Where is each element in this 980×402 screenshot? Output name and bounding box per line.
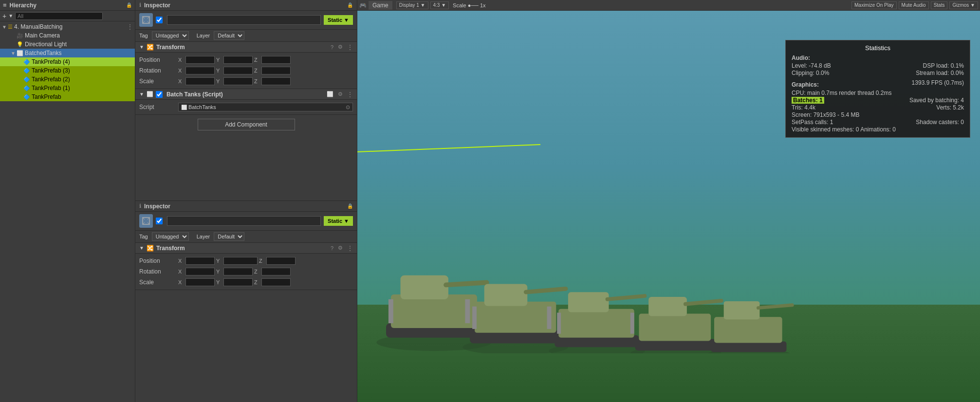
prefab3-icon: 🔷: [23, 68, 30, 74]
stats-graphics-row: Graphics: 1393.9 FPS (0.7ms): [792, 79, 964, 89]
rot-x-input-bottom[interactable]: 0: [185, 268, 215, 275]
scale-x-input-bottom[interactable]: 2: [185, 278, 215, 286]
mute-audio-btn[interactable]: Mute Audio: [899, 1, 929, 9]
rot-x-label-bottom: X: [178, 269, 185, 274]
hierarchy-item-tankprefab2[interactable]: ▶ 🔷 TankPrefab (2): [0, 75, 135, 84]
pos-x-input-top[interactable]: 0: [185, 56, 215, 64]
rot-x-input-top[interactable]: 0: [185, 67, 215, 74]
tankprefab3-label: TankPrefab (3): [32, 67, 70, 74]
script-menu-icon[interactable]: ⋮: [347, 91, 353, 98]
rot-z-input-bottom[interactable]: 0: [261, 268, 291, 275]
aspect-select[interactable]: 4:3 ▼: [430, 1, 449, 9]
position-xyz-bottom: X -4.54 Y -0.8206 Z -1.53: [178, 257, 353, 265]
rot-y-input-top[interactable]: 0: [223, 67, 253, 74]
object-name-input-top[interactable]: BatchedTanks: [167, 15, 321, 25]
arrow-down-icon[interactable]: ▼: [8, 13, 13, 18]
object-active-checkbox-top[interactable]: [156, 17, 163, 23]
tag-select-top[interactable]: Untagged: [152, 31, 189, 40]
script-header: ▼ ⬜ Batch Tanks (Script) ⬜ ⚙ ⋮: [135, 89, 357, 100]
script-active-checkbox[interactable]: [156, 91, 163, 98]
rot-y-label-bottom: Y: [216, 269, 223, 274]
tankprefab4-label: TankPrefab (4): [32, 58, 70, 65]
prefab4-icon: 🔷: [23, 59, 30, 65]
pos-y-input-top[interactable]: 0: [223, 56, 253, 64]
transform-component-bottom: ▼ 🔀 Transform ? ⚙ ⋮ Position X -4.54: [135, 243, 357, 290]
hierarchy-item-tankprefab1[interactable]: ▶ 🔷 TankPrefab (1): [0, 84, 135, 92]
layer-select-top[interactable]: Default: [214, 31, 244, 40]
scale-z-input-bottom[interactable]: 2: [261, 278, 291, 286]
scale-label-bottom: Scale: [139, 279, 178, 286]
static-button-bottom[interactable]: Static ▼: [324, 216, 353, 226]
rot-z-label-top: Z: [254, 68, 261, 73]
hierarchy-item-scene[interactable]: ▼ ☰ 4. ManualBatching ⋮: [0, 22, 135, 31]
scale-z-input-top[interactable]: 1: [261, 77, 291, 85]
hierarchy-item-tankprefab4[interactable]: ▶ 🔷 TankPrefab (4): [0, 57, 135, 66]
stats-screen: Screen: 791x593 - 5.4 MB: [792, 111, 859, 118]
pos-z-input-bottom[interactable]: -1.53: [266, 257, 296, 265]
hierarchy-item-tankprefab3[interactable]: ▶ 🔷 TankPrefab (3): [0, 66, 135, 75]
inspector-top-header: ℹ Inspector 🔒: [135, 0, 357, 11]
transform-menu-icon-bottom[interactable]: ⋮: [347, 245, 353, 252]
maximize-on-play-btn[interactable]: Maximize On Play: [851, 1, 897, 9]
prefab1-icon: 🔷: [23, 85, 30, 91]
svg-rect-16: [465, 299, 470, 323]
object-active-checkbox-bottom[interactable]: [156, 218, 163, 224]
svg-rect-30: [630, 312, 634, 333]
inspector-bottom-lock-icon: 🔒: [347, 203, 353, 209]
tag-select-bottom[interactable]: Untagged: [152, 232, 189, 241]
hierarchy-item-dir-light[interactable]: ▶ 💡 Directional Light: [0, 40, 135, 49]
scale-x-input-top[interactable]: 1: [185, 77, 215, 85]
game-viewport: Statistics Audio: Level: -74.8 dB DSP lo…: [357, 11, 980, 402]
scale-y-field-top: Y 1: [216, 77, 253, 85]
stats-batches: Batches: 1: [792, 97, 824, 104]
static-button-top[interactable]: Static ▼: [324, 15, 353, 25]
scale-row-bottom: Scale X 2 Y 2 Z 2: [139, 277, 353, 288]
svg-line-40: [758, 305, 792, 308]
pos-z-input-top[interactable]: 0: [261, 56, 291, 64]
stats-screen-row: Screen: 791x593 - 5.4 MB: [792, 111, 964, 118]
rot-z-input-top[interactable]: 0: [261, 67, 291, 74]
hierarchy-item-main-camera[interactable]: ▶ 🎥 Main Camera: [0, 31, 135, 40]
stats-verts: Verts: 5.2k: [936, 104, 964, 111]
scene-menu-icon[interactable]: ⋮: [127, 23, 133, 30]
transform-menu-icon[interactable]: ⋮: [347, 44, 353, 51]
inspector-bottom: ℹ Inspector 🔒 TankPrefab (4) Static ▼ Ta…: [135, 201, 357, 402]
rotation-label-bottom: Rotation: [139, 268, 178, 275]
gizmos-btn[interactable]: Gizmos ▼: [949, 1, 978, 9]
display-select[interactable]: Display 1 ▼: [396, 1, 428, 9]
transform-arrow-top[interactable]: ▼: [139, 44, 144, 50]
rot-z-field-bottom: Z 0: [254, 268, 291, 275]
batched-tanks-header: BatchedTanks Static ▼: [135, 11, 357, 30]
inspector-panel: ℹ Inspector 🔒 BatchedTanks Static ▼ Tag …: [135, 0, 357, 402]
transform-info-icon[interactable]: ?: [331, 44, 333, 50]
script-pick-icon[interactable]: ⊙: [346, 104, 350, 110]
add-component-button[interactable]: Add Component: [198, 119, 295, 130]
scale-row-top: Scale X 1 Y 1 Z 1: [139, 76, 353, 87]
scale-y-input-top[interactable]: 1: [223, 77, 253, 85]
position-label-top: Position: [139, 56, 178, 63]
search-input[interactable]: [15, 12, 103, 20]
scale-y-input-bottom[interactable]: 2: [223, 278, 253, 286]
pos-x-field-bottom: X -4.54: [178, 257, 215, 265]
rot-y-input-bottom[interactable]: 0: [223, 268, 253, 275]
transform-settings-icon[interactable]: ⚙: [338, 44, 343, 50]
script-arrow[interactable]: ▼: [139, 91, 144, 97]
scale-z-field-top: Z 1: [254, 77, 291, 85]
stats-stream: Stream load: 0.0%: [916, 70, 964, 76]
add-button[interactable]: +: [2, 12, 6, 20]
hierarchy-item-tankprefab0[interactable]: ▶ 🔷 TankPrefab: [0, 92, 135, 101]
transform-arrow-bottom[interactable]: ▼: [139, 245, 144, 251]
script-icon-right[interactable]: ⬜: [327, 91, 333, 97]
layer-select-bottom[interactable]: Default: [214, 232, 244, 241]
stats-tris: Tris: 4.4k: [792, 104, 815, 111]
stats-btn[interactable]: Stats: [931, 1, 948, 9]
pos-y-input-bottom[interactable]: -0.8206: [223, 257, 258, 265]
pos-x-input-bottom[interactable]: -4.54: [185, 257, 215, 265]
hierarchy-item-batched-tanks[interactable]: ▼ ⬜ BatchedTanks: [0, 49, 135, 57]
transform-settings-icon-bottom[interactable]: ⚙: [338, 245, 343, 251]
game-tab[interactable]: Game: [369, 1, 392, 10]
transform-info-icon-bottom[interactable]: ?: [331, 245, 333, 251]
rot-x-field-top: X 0: [178, 67, 215, 74]
script-settings-icon[interactable]: ⚙: [338, 91, 343, 97]
object-name-input-bottom[interactable]: TankPrefab (4): [167, 216, 321, 226]
